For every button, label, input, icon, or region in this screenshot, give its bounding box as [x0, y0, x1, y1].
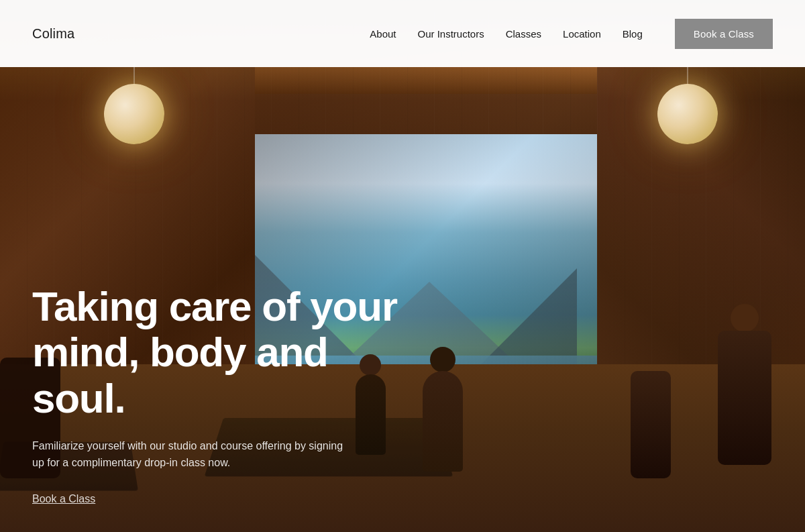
brand-logo[interactable]: Colima	[32, 26, 74, 42]
nav-links: About Our Instructors Classes Location B…	[370, 19, 773, 49]
nav-link-instructors[interactable]: Our Instructors	[418, 28, 484, 40]
person-silhouette-right	[718, 331, 771, 465]
nav-book-class-button[interactable]: Book a Class	[675, 19, 773, 49]
person-right-head	[731, 304, 759, 332]
nav-link-blog[interactable]: Blog	[623, 28, 643, 40]
nav-link-location[interactable]: Location	[563, 28, 601, 40]
hero-section: Taking care of your mind, body and soul.…	[0, 0, 805, 532]
navbar: Colima About Our Instructors Classes Loc…	[0, 0, 805, 67]
nav-link-about[interactable]: About	[370, 28, 396, 40]
person-2-head	[430, 347, 455, 372]
person-right-body	[718, 331, 771, 465]
hero-title: Taking care of your mind, body and soul.	[32, 284, 408, 421]
hero-content: Taking care of your mind, body and soul.…	[32, 284, 408, 505]
hero-cta-button[interactable]: Book a Class	[32, 493, 95, 505]
pendant-light-right	[657, 64, 718, 144]
person-2-body	[423, 371, 463, 472]
pendant-globe-left	[104, 84, 164, 144]
pendant-globe-right	[657, 84, 718, 144]
hero-subtitle: Familiarize yourself with our studio and…	[32, 437, 354, 472]
person-silhouette-2	[423, 371, 463, 472]
pendant-light-left	[104, 64, 164, 144]
person-silhouette-far-right	[631, 371, 671, 478]
nav-link-classes[interactable]: Classes	[506, 28, 541, 40]
